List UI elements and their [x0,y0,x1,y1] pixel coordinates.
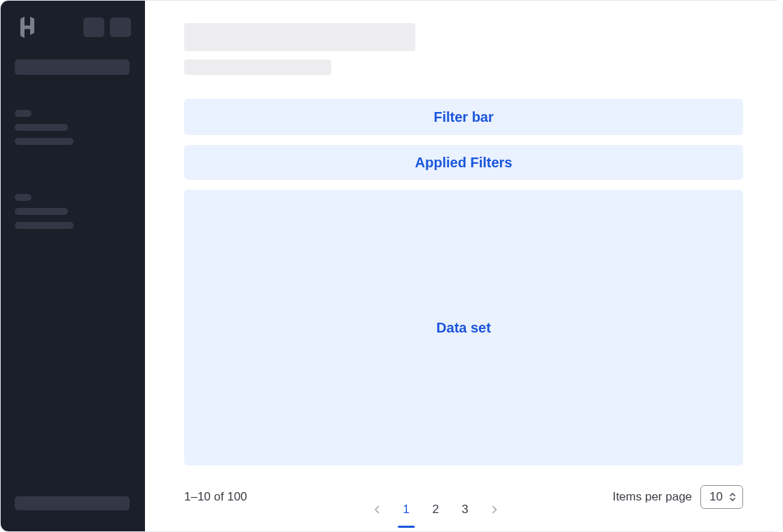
items-per-page-value: 10 [709,490,723,504]
data-set-placeholder: Data set [184,190,743,465]
pagination-page-3[interactable]: 3 [452,497,478,522]
items-per-page-select[interactable]: 10 [700,485,743,509]
sidebar-footer-item[interactable] [15,496,130,510]
select-arrows-icon [728,491,737,503]
main-content: Filter bar Applied Filters Data set 1–10… [145,1,782,531]
hashicorp-logo-icon [15,15,40,40]
items-per-page: Items per page 10 [613,485,743,509]
applied-filters-label: Applied Filters [415,155,513,171]
pagination-page-1[interactable]: 1 [394,497,419,522]
pagination: 1–10 of 100 1 2 3 [184,485,743,509]
pagination-range: 1–10 of 100 [184,490,247,504]
data-set-label: Data set [436,320,491,336]
filter-bar-placeholder: Filter bar [184,99,743,135]
sidebar-nav-item[interactable] [15,124,68,131]
pagination-next-button[interactable] [482,497,507,522]
items-per-page-label: Items per page [613,490,692,504]
filter-bar-label: Filter bar [434,109,494,125]
sidebar [1,1,145,531]
sidebar-nav-item[interactable] [15,222,74,229]
sidebar-section-label [15,110,32,117]
app-shell: Filter bar Applied Filters Data set 1–10… [0,0,783,532]
sidebar-nav-item[interactable] [15,208,68,215]
sidebar-section-label [15,194,32,201]
page-subtitle-skeleton [184,59,331,75]
sidebar-header-button-1[interactable] [83,18,104,37]
pagination-controls: 1 2 3 [364,497,507,522]
page-title-skeleton [184,23,415,51]
chevron-left-icon [370,503,383,516]
chevron-right-icon [488,503,501,516]
sidebar-nav-item[interactable] [15,138,74,145]
sidebar-nav-item[interactable] [15,59,130,75]
applied-filters-placeholder: Applied Filters [184,145,743,180]
sidebar-header [15,15,131,40]
sidebar-header-button-2[interactable] [110,18,131,37]
pagination-page-2[interactable]: 2 [423,497,448,522]
pagination-prev-button[interactable] [364,497,389,522]
